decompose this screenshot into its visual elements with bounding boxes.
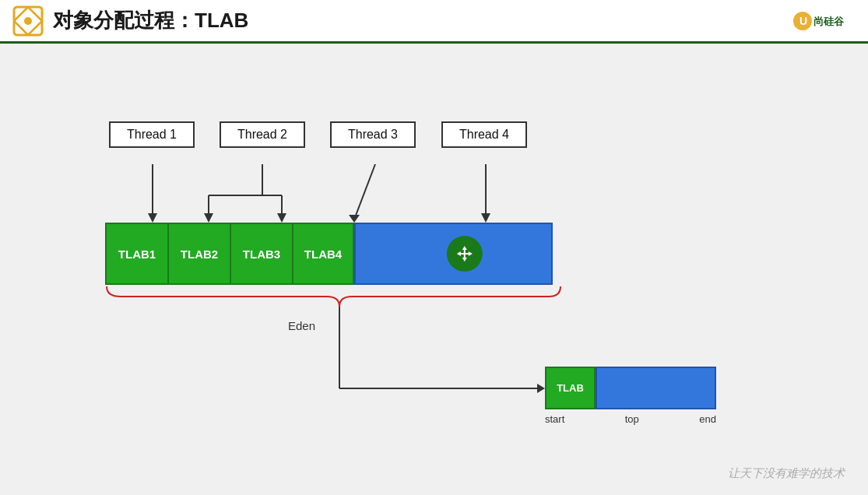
- start-label: start: [545, 413, 564, 425]
- main-content: Thread 1 Thread 2 Thread 3 Thread 4 TLAB…: [0, 44, 868, 495]
- tlab3-segment: TLAB3: [230, 223, 292, 285]
- tlab-mini-green: TLAB: [545, 367, 596, 409]
- tlab-mini-blue: [596, 367, 716, 409]
- thread2-box: Thread 2: [220, 121, 305, 148]
- svg-point-5: [24, 17, 32, 25]
- header-left: 对象分配过程：TLAB: [12, 5, 248, 37]
- thread1-box: Thread 1: [109, 121, 195, 148]
- cursor-circle: [446, 236, 482, 272]
- logo-icon: [12, 5, 44, 37]
- tlab-pointer-labels: start top end: [545, 413, 716, 425]
- svg-text:U: U: [799, 15, 807, 27]
- page-header: 对象分配过程：TLAB U 尚硅谷: [0, 0, 868, 44]
- top-label: top: [625, 413, 639, 425]
- eden-label: Eden: [288, 319, 315, 332]
- tlab2-segment: TLAB2: [167, 223, 230, 285]
- svg-marker-19: [349, 215, 360, 223]
- eden-bar: TLAB1 TLAB2 TLAB3 TLAB4: [105, 223, 553, 285]
- watermark: 让天下没有难学的技术: [728, 466, 845, 481]
- svg-text:尚硅谷: 尚硅谷: [814, 16, 845, 27]
- svg-marker-21: [481, 213, 490, 223]
- svg-marker-17: [277, 213, 286, 223]
- brand-logo: U 尚硅谷: [793, 7, 856, 35]
- page-title: 对象分配过程：TLAB: [53, 7, 248, 34]
- tlab4-segment: TLAB4: [292, 223, 354, 285]
- tlab-mini-diagram: TLAB: [545, 367, 716, 409]
- thread4-box: Thread 4: [441, 121, 527, 148]
- thread3-box: Thread 3: [330, 121, 416, 148]
- blue-eden-segment: [354, 223, 553, 285]
- svg-line-18: [354, 164, 375, 219]
- svg-marker-14: [204, 213, 213, 223]
- tlab1-segment: TLAB1: [105, 223, 167, 285]
- end-label: end: [699, 413, 716, 425]
- svg-marker-24: [537, 384, 545, 393]
- move-cursor-icon: [455, 244, 473, 263]
- svg-marker-10: [148, 213, 157, 223]
